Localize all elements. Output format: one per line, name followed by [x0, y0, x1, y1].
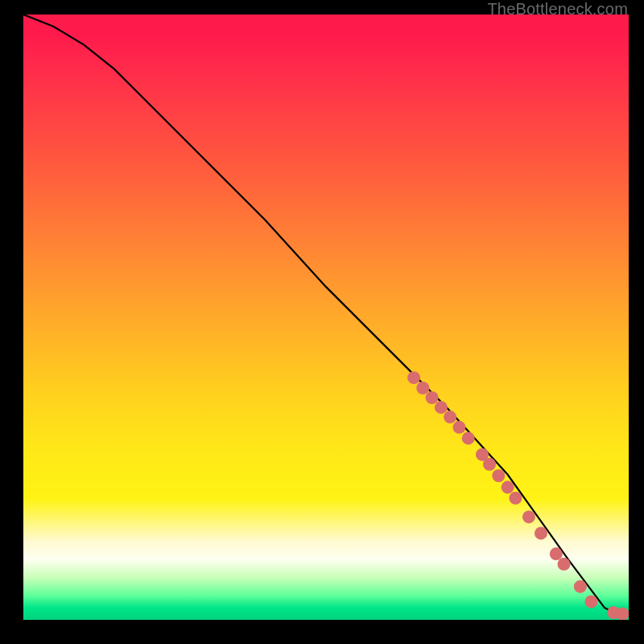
marker-point	[509, 492, 522, 505]
marker-point	[502, 481, 514, 493]
marker-point	[522, 510, 535, 523]
marker-point	[483, 458, 496, 471]
marker-point	[407, 371, 420, 384]
bottleneck-curve	[23, 14, 629, 613]
marker-point	[444, 411, 456, 423]
marker-point	[558, 558, 571, 571]
chart-stage: TheBottleneck.com	[0, 0, 644, 644]
marker-point	[416, 382, 429, 394]
marker-point	[452, 421, 465, 434]
marker-point	[435, 401, 448, 414]
plot-area	[23, 14, 629, 620]
marker-point	[584, 595, 597, 608]
marker-group	[407, 371, 629, 620]
marker-point	[574, 580, 587, 593]
marker-point	[462, 431, 475, 444]
chart-svg	[23, 14, 629, 620]
marker-point	[550, 547, 563, 560]
marker-point	[535, 526, 547, 539]
marker-point	[426, 391, 439, 404]
marker-point	[492, 469, 505, 482]
